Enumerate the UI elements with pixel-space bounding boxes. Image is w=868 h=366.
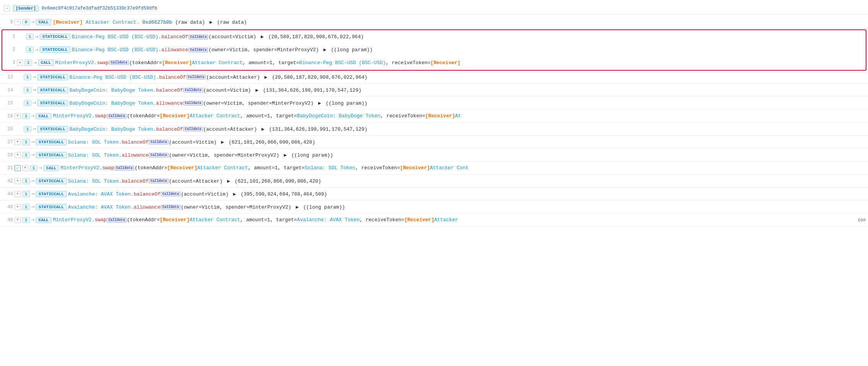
row-number: 15: [2, 100, 13, 106]
level-badge: 1: [26, 34, 34, 40]
trace-row-13: 13 1 → STATICCALL Binance-Peg BSC-USD (B…: [0, 71, 868, 84]
row3-content: MinterProxyV2.swapCalldata(tokenAddr=[Re…: [55, 60, 460, 66]
call-type-badge: STATICCALL: [37, 74, 68, 80]
row0-content: [Receiver] Attacker Contract. 0xd6627b0b…: [53, 19, 247, 25]
level-badge: 1: [22, 139, 30, 145]
row1-content: Binance-Peg BSC-USD (BSC-USD).balanceOfC…: [72, 34, 364, 40]
call-type-badge: STATICCALL: [37, 126, 68, 132]
expand-btn-27[interactable]: +: [15, 139, 21, 145]
trace-row-15: 15 1 → STATICCALL BabyDogeCoin: BabyDoge…: [0, 97, 868, 110]
row-number: 1: [5, 34, 15, 39]
level-badge: 1: [22, 191, 30, 197]
call-type-badge: STATICCALL: [40, 34, 70, 40]
call-type-badge: CALL: [44, 165, 59, 171]
row29-content: Solana: SOL Token.allowanceCalldata(owne…: [68, 152, 333, 158]
expand-btn-48[interactable]: +: [15, 217, 21, 223]
trace-row-1: 1 1 → STATICCALL Binance-Peg BSC-USD (BS…: [2, 30, 866, 43]
arrow-icon: →: [33, 74, 36, 80]
row48-content: MinterProxyV2.swapCalldata(tokenAddr=[Re…: [53, 217, 458, 223]
level-badge: 0: [22, 19, 30, 25]
row31-content: MinterProxyV2.swapCalldata(tokenAddr=[Re…: [60, 165, 468, 171]
row-number: 3: [5, 60, 15, 65]
arrow-icon: →: [31, 217, 34, 223]
trace-row-16: 16 + 1 → CALL MinterProxyV2.swapCalldata…: [0, 110, 868, 123]
arrow-icon: →: [35, 34, 38, 40]
expand-btn-42[interactable]: +: [15, 178, 21, 184]
trace-row-2: 2 1 → STATICCALL Binance-Peg BSC-USD (BS…: [2, 43, 866, 56]
expand-btn-31-green[interactable]: ✓: [15, 165, 21, 171]
call-type-badge: CALL: [38, 60, 54, 66]
arrow-icon: →: [31, 139, 34, 145]
arrow-icon: →: [34, 60, 37, 66]
header-row: − [Sender] 0x6eec0f4c017afe3dfadf32b5133…: [0, 3, 868, 14]
arrow-icon: →: [31, 113, 34, 119]
level-badge: 1: [22, 204, 30, 210]
level-badge: 1: [22, 113, 30, 119]
row46-content: Avalanche: AVAX Token.allowanceCalldata(…: [68, 204, 345, 210]
row-number: 31: [2, 165, 13, 171]
arrow-icon: →: [33, 100, 36, 106]
arrow-icon: →: [31, 152, 34, 158]
trace-row-3: 3 + 1 → CALL MinterProxyV2.swapCalldata(…: [2, 56, 866, 69]
trace-row-29: 29 + 1 → STATICCALL Solana: SOL Token.al…: [0, 149, 868, 162]
arrow-icon: →: [31, 204, 34, 210]
call-type-badge: STATICCALL: [40, 47, 70, 53]
expand-btn-3[interactable]: +: [17, 60, 23, 66]
level-badge: 1: [26, 47, 34, 53]
row26-content: BabyDogeCoin: BabyDoge Token.balanceOfCa…: [70, 126, 367, 132]
row-number: 44: [2, 191, 13, 197]
call-type-badge: STATICCALL: [36, 178, 67, 184]
level-badge: 1: [24, 74, 31, 80]
trace-row-48: 48 + 1 → CALL MinterProxyV2.swapCalldata…: [0, 214, 868, 227]
expand-btn-29[interactable]: +: [15, 152, 21, 158]
trace-row-27: 27 + 1 → STATICCALL Solana: SOL Token.ba…: [0, 136, 868, 149]
expand-btn-31[interactable]: +: [22, 165, 28, 171]
arrow-icon: →: [33, 126, 36, 132]
row-number: 13: [2, 74, 13, 80]
arrow-icon: →: [31, 191, 34, 197]
row-number: 26: [2, 126, 13, 132]
arrow-icon: →: [31, 178, 34, 184]
call-type-badge: CALL: [36, 19, 51, 25]
call-type-badge: STATICCALL: [37, 87, 68, 93]
row-number: 42: [2, 178, 13, 184]
call-type-badge: STATICCALL: [37, 100, 68, 106]
arrow-icon: →: [35, 47, 38, 53]
level-badge: 1: [24, 100, 31, 106]
row13-content: Binance-Peg BSC-USD (BSC-USD).balanceOfC…: [70, 74, 367, 80]
row-number: 2: [5, 47, 15, 52]
row-number: 46: [2, 204, 13, 210]
level-badge: 1: [22, 152, 30, 158]
level-badge: 1: [22, 178, 30, 184]
row-number: 29: [2, 152, 13, 158]
expand-btn-16[interactable]: +: [15, 113, 21, 119]
level-badge: 1: [30, 165, 37, 171]
sender-address: 0x6eec0f4c017afe3dfadf32b51339c37e9fd59d…: [42, 6, 157, 11]
trace-row-42: 42 + 1 → STATICCALL Solana: SOL Token.ba…: [0, 175, 868, 188]
row-number: 16: [2, 113, 13, 119]
expand-btn-44[interactable]: +: [15, 191, 21, 197]
row16-content: MinterProxyV2.swapCalldata(tokenAddr=[Re…: [53, 113, 461, 119]
call-type-badge: CALL: [36, 217, 51, 223]
trace-container: − [Sender] 0x6eec0f4c017afe3dfadf32b5133…: [0, 0, 868, 366]
collapse-btn-0[interactable]: −: [15, 19, 21, 25]
trace-row-31: 31 ✓ + 1 → CALL MinterProxyV2.swapCallda…: [0, 162, 868, 175]
row15-content: BabyDogeCoin: BabyDoge Token.allowanceCa…: [70, 100, 367, 106]
row42-content: Solana: SOL Token.balanceOfCalldata(acco…: [68, 178, 321, 184]
row-number: 0: [2, 19, 13, 25]
sender-tag: [Sender]: [13, 5, 39, 11]
trace-row-14: 14 1 → STATICCALL BabyDogeCoin: BabyDoge…: [0, 84, 868, 97]
call-type-badge: STATICCALL: [36, 204, 67, 210]
collapse-root-btn[interactable]: −: [4, 5, 10, 11]
arrow-icon: →: [33, 87, 36, 93]
level-badge: 1: [24, 87, 31, 93]
trace-row-46: 46 + 1 → STATICCALL Avalanche: AVAX Toke…: [0, 201, 868, 214]
trace-row-44: 44 + 1 → STATICCALL Avalanche: AVAX Toke…: [0, 188, 868, 201]
row-number: 27: [2, 139, 13, 145]
expand-btn-46[interactable]: +: [15, 204, 21, 210]
level-badge: 1: [24, 60, 32, 66]
arrow-icon: →: [39, 165, 42, 171]
row27-content: Solana: SOL Token.balanceOfCalldata(acco…: [68, 139, 315, 145]
trace-row-0: 0 − 0 → CALL [Receiver] Attacker Contrac…: [0, 16, 868, 29]
level-badge: 1: [24, 126, 31, 132]
